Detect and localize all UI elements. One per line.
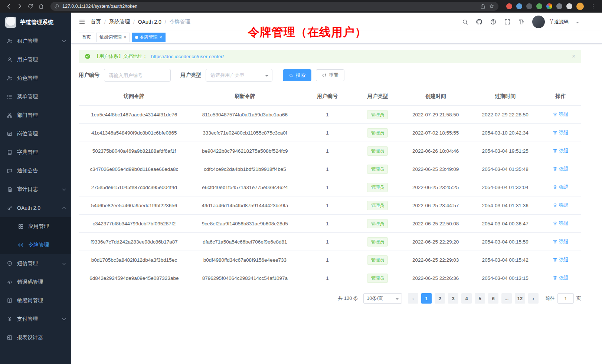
cell-actions: 强退: [540, 142, 581, 160]
share-icon[interactable]: [480, 3, 486, 9]
tab-close-icon[interactable]: ×: [160, 35, 163, 40]
ext-rainbow-icon[interactable]: [546, 3, 552, 9]
sidebar-item-dept[interactable]: 部门管理: [0, 106, 71, 125]
tab-close-icon[interactable]: ×: [124, 35, 127, 40]
fullscreen-icon[interactable]: [504, 19, 511, 25]
cell-refresh-token: 811c530487574fa0af1a59d3abc1aa66: [190, 106, 301, 124]
font-size-icon[interactable]: [518, 19, 525, 25]
sidebar-item-label: 令牌管理: [28, 242, 49, 248]
cell-actions: 强退: [540, 215, 581, 233]
column-header: 创建时间: [401, 87, 470, 106]
prev-page-button[interactable]: ‹: [408, 293, 418, 304]
search-button-label: 搜索: [296, 72, 305, 79]
sidebar-collapse-icon[interactable]: [79, 19, 85, 25]
page-button-1[interactable]: 1: [421, 293, 432, 304]
browser-reload-icon[interactable]: [26, 2, 35, 11]
chevron-down-icon: [396, 298, 399, 301]
sidebar-item-post[interactable]: 岗位管理: [0, 125, 71, 143]
force-logout-button[interactable]: 强退: [553, 148, 569, 154]
cell-actions: 强退: [540, 160, 581, 178]
force-logout-button[interactable]: 强退: [553, 275, 569, 281]
sidebar-item-error-code[interactable]: 错误码管理: [0, 273, 71, 291]
dept-icon: [7, 112, 13, 118]
force-logout-button[interactable]: 强退: [553, 257, 569, 263]
reset-button[interactable]: 重置: [316, 69, 344, 81]
sidebar-item-oauth2[interactable]: OAuth 2.0: [0, 199, 71, 217]
ext-blue-icon[interactable]: [516, 3, 522, 9]
more-pages-button[interactable]: ...: [501, 293, 512, 304]
alert-close-icon[interactable]: ×: [572, 53, 575, 60]
site-info-icon[interactable]: [54, 4, 59, 9]
browser-home-icon[interactable]: [37, 2, 46, 11]
sidebar-item-role[interactable]: 角色管理: [0, 69, 71, 87]
ext-red-icon[interactable]: [506, 3, 512, 9]
user-id-input[interactable]: [104, 69, 171, 82]
doc-link[interactable]: https://doc.iocoder.cn/user-center/: [151, 54, 224, 59]
sidebar-item-oauth2-token[interactable]: 令牌管理: [0, 236, 71, 254]
sidebar-item-label: 审计日志: [17, 186, 38, 193]
trash-icon: [553, 257, 557, 262]
github-icon[interactable]: [476, 19, 482, 25]
sidebar-item-notice[interactable]: 通知公告: [0, 162, 71, 180]
help-icon[interactable]: [490, 19, 497, 25]
force-logout-button[interactable]: 强退: [553, 238, 569, 245]
goto-page-input[interactable]: [557, 293, 574, 304]
force-logout-button[interactable]: 强退: [553, 220, 569, 227]
page-button-5[interactable]: 5: [475, 293, 485, 304]
force-logout-button[interactable]: 强退: [553, 111, 569, 118]
sidebar-item-menu[interactable]: 菜单管理: [0, 87, 71, 106]
sidebar-item-report[interactable]: 报表设计器: [0, 328, 71, 347]
ext-grey-icon[interactable]: [556, 3, 562, 9]
sidebar-item-user[interactable]: 用户管理: [0, 50, 71, 69]
breadcrumb-separator: /: [104, 19, 106, 25]
search-button[interactable]: 搜索: [283, 69, 311, 81]
browser-forward-icon[interactable]: [15, 2, 24, 11]
page-button-2[interactable]: 2: [435, 293, 445, 304]
page-button-6[interactable]: 6: [488, 293, 498, 304]
sidebar-item-sensitive-word[interactable]: 敏感词管理: [0, 291, 71, 310]
table-row: 275e5de9151045fe87cbdc395e004f4de6cfd40e…: [79, 178, 581, 196]
ext-green-icon[interactable]: [536, 3, 542, 9]
user-name[interactable]: 芋道源码: [549, 19, 569, 25]
cell-user-type: 管理员: [354, 233, 401, 251]
breadcrumb-item[interactable]: 首页: [91, 19, 101, 25]
tab-token[interactable]: 令牌管理×: [132, 33, 166, 42]
ext-light-icon[interactable]: [566, 3, 572, 9]
user-avatar[interactable]: [532, 16, 545, 28]
browser-back-icon[interactable]: [4, 2, 13, 11]
page-size-select[interactable]: 10条/页: [363, 293, 402, 304]
sidebar-item-tenant[interactable]: 租户管理: [0, 32, 71, 50]
force-logout-button[interactable]: 强退: [553, 184, 569, 191]
table-row: b0d1785bc3a8482f812db4a3f3bd15ecb0df4980…: [79, 251, 581, 269]
force-logout-button[interactable]: 强退: [553, 202, 569, 209]
force-logout-button[interactable]: 强退: [553, 129, 569, 136]
pay-icon: [7, 316, 13, 322]
next-page-button[interactable]: ›: [528, 293, 539, 304]
breadcrumb-item[interactable]: 系统管理: [109, 19, 130, 25]
sidebar-item-oauth2-app[interactable]: 应用管理: [0, 217, 71, 236]
sidebar-item-pay[interactable]: 支付管理: [0, 310, 71, 328]
table-row: 41c41346a548490f9dc8b01c6bfe0865333ecfc7…: [79, 124, 581, 142]
page-buttons: 123456...12: [421, 293, 525, 304]
tab-sensitive-word[interactable]: 敏感词管理×: [96, 33, 130, 42]
sidebar-item-dict[interactable]: 字典管理: [0, 143, 71, 162]
browser-menu-icon[interactable]: [589, 2, 598, 11]
tab-home[interactable]: 首页: [79, 33, 94, 42]
bookmark-star-icon[interactable]: [489, 3, 495, 9]
sidebar: 芋道管理系统 租户管理用户管理角色管理菜单管理部门管理岗位管理字典管理通知公告审…: [0, 13, 71, 364]
ext-dark-icon[interactable]: [526, 3, 532, 9]
alert-text: 【用户体系】文档地址：: [94, 53, 147, 60]
profile-avatar-icon[interactable]: [576, 3, 584, 10]
trash-icon: [553, 166, 557, 171]
sidebar-item-sms[interactable]: 短信管理: [0, 254, 71, 273]
force-logout-button[interactable]: 强退: [553, 166, 569, 172]
breadcrumb-item[interactable]: OAuth 2.0: [138, 19, 161, 25]
user-type-select[interactable]: 请选择用户类型: [206, 69, 272, 82]
search-icon[interactable]: [462, 19, 468, 25]
page-button-12[interactable]: 12: [515, 293, 525, 304]
breadcrumb-separator: /: [165, 19, 166, 25]
page-button-3[interactable]: 3: [448, 293, 458, 304]
page-button-4[interactable]: 4: [461, 293, 472, 304]
address-bar[interactable]: 127.0.0.1:1024/system/oauth2/token: [50, 2, 498, 11]
sidebar-item-audit[interactable]: 审计日志: [0, 180, 71, 199]
